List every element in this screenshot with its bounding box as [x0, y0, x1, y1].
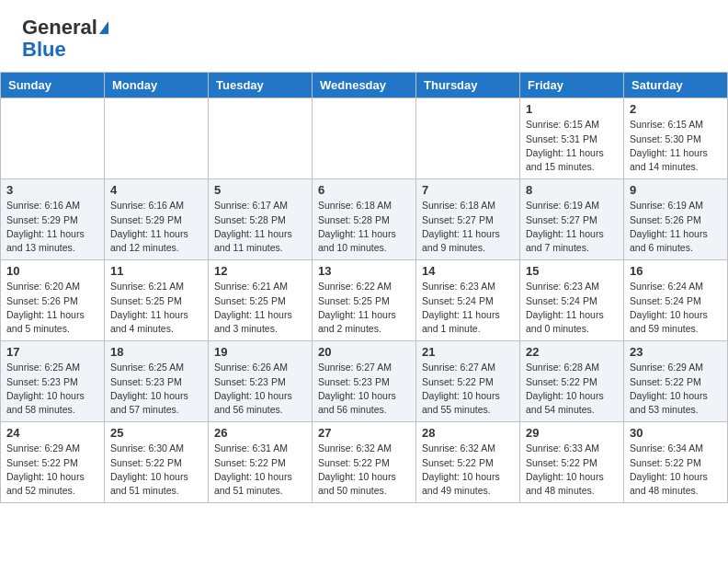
- calendar-cell: [416, 98, 520, 179]
- day-number: 3: [6, 183, 98, 197]
- day-number: 11: [110, 264, 202, 278]
- day-info: Sunrise: 6:23 AMSunset: 5:24 PMDaylight:…: [526, 280, 618, 336]
- calendar-cell: 2Sunrise: 6:15 AMSunset: 5:30 PMDaylight…: [624, 98, 728, 179]
- calendar-cell: 30Sunrise: 6:34 AMSunset: 5:22 PMDayligh…: [624, 422, 728, 503]
- day-info: Sunrise: 6:17 AMSunset: 5:28 PMDaylight:…: [214, 199, 306, 255]
- day-number: 27: [318, 426, 410, 440]
- calendar-cell: 5Sunrise: 6:17 AMSunset: 5:28 PMDaylight…: [209, 179, 313, 260]
- calendar-cell: 9Sunrise: 6:19 AMSunset: 5:26 PMDaylight…: [624, 179, 728, 260]
- day-info: Sunrise: 6:21 AMSunset: 5:25 PMDaylight:…: [214, 280, 306, 336]
- calendar-cell: [1, 98, 105, 179]
- calendar-cell: 3Sunrise: 6:16 AMSunset: 5:29 PMDaylight…: [1, 179, 105, 260]
- day-info: Sunrise: 6:28 AMSunset: 5:22 PMDaylight:…: [526, 361, 618, 417]
- calendar-cell: 24Sunrise: 6:29 AMSunset: 5:22 PMDayligh…: [1, 422, 105, 503]
- day-info: Sunrise: 6:31 AMSunset: 5:22 PMDaylight:…: [214, 442, 306, 498]
- calendar-cell: [209, 98, 313, 179]
- day-info: Sunrise: 6:27 AMSunset: 5:23 PMDaylight:…: [318, 361, 410, 417]
- day-info: Sunrise: 6:29 AMSunset: 5:22 PMDaylight:…: [630, 361, 722, 417]
- day-number: 26: [214, 426, 306, 440]
- calendar-table: SundayMondayTuesdayWednesdayThursdayFrid…: [0, 72, 728, 503]
- day-number: 24: [6, 426, 98, 440]
- day-number: 16: [630, 264, 722, 278]
- day-info: Sunrise: 6:25 AMSunset: 5:23 PMDaylight:…: [6, 361, 98, 417]
- calendar-cell: 26Sunrise: 6:31 AMSunset: 5:22 PMDayligh…: [209, 422, 313, 503]
- day-info: Sunrise: 6:32 AMSunset: 5:22 PMDaylight:…: [318, 442, 410, 498]
- day-number: 13: [318, 264, 410, 278]
- day-info: Sunrise: 6:23 AMSunset: 5:24 PMDaylight:…: [422, 280, 514, 336]
- calendar-cell: 4Sunrise: 6:16 AMSunset: 5:29 PMDaylight…: [105, 179, 209, 260]
- logo-triangle-icon: [99, 21, 108, 34]
- day-info: Sunrise: 6:22 AMSunset: 5:25 PMDaylight:…: [318, 280, 410, 336]
- day-number: 15: [526, 264, 618, 278]
- day-number: 25: [110, 426, 202, 440]
- day-number: 14: [422, 264, 514, 278]
- calendar-cell: 27Sunrise: 6:32 AMSunset: 5:22 PMDayligh…: [313, 422, 416, 503]
- day-info: Sunrise: 6:25 AMSunset: 5:23 PMDaylight:…: [110, 361, 202, 417]
- day-info: Sunrise: 6:30 AMSunset: 5:22 PMDaylight:…: [110, 442, 202, 498]
- day-number: 12: [214, 264, 306, 278]
- calendar-day-header: Thursday: [416, 73, 520, 98]
- day-number: 30: [630, 426, 722, 440]
- day-number: 20: [318, 345, 410, 359]
- calendar-day-header: Monday: [105, 73, 209, 98]
- day-info: Sunrise: 6:16 AMSunset: 5:29 PMDaylight:…: [110, 199, 202, 255]
- calendar-cell: 23Sunrise: 6:29 AMSunset: 5:22 PMDayligh…: [624, 341, 728, 422]
- day-info: Sunrise: 6:26 AMSunset: 5:23 PMDaylight:…: [214, 361, 306, 417]
- calendar-cell: 25Sunrise: 6:30 AMSunset: 5:22 PMDayligh…: [105, 422, 209, 503]
- calendar-cell: 12Sunrise: 6:21 AMSunset: 5:25 PMDayligh…: [209, 260, 313, 341]
- day-info: Sunrise: 6:34 AMSunset: 5:22 PMDaylight:…: [630, 442, 722, 498]
- calendar-cell: 7Sunrise: 6:18 AMSunset: 5:27 PMDaylight…: [416, 179, 520, 260]
- calendar-week-row: 3Sunrise: 6:16 AMSunset: 5:29 PMDaylight…: [1, 179, 728, 260]
- calendar-cell: 29Sunrise: 6:33 AMSunset: 5:22 PMDayligh…: [520, 422, 624, 503]
- calendar-cell: 18Sunrise: 6:25 AMSunset: 5:23 PMDayligh…: [105, 341, 209, 422]
- day-number: 18: [110, 345, 202, 359]
- calendar-day-header: Saturday: [624, 73, 728, 98]
- day-number: 10: [6, 264, 98, 278]
- calendar-week-row: 1Sunrise: 6:15 AMSunset: 5:31 PMDaylight…: [1, 98, 728, 179]
- logo-blue-text: Blue: [22, 39, 66, 61]
- day-info: Sunrise: 6:27 AMSunset: 5:22 PMDaylight:…: [422, 361, 514, 417]
- page-header: General Blue: [0, 0, 728, 68]
- day-info: Sunrise: 6:24 AMSunset: 5:24 PMDaylight:…: [630, 280, 722, 336]
- calendar-cell: 16Sunrise: 6:24 AMSunset: 5:24 PMDayligh…: [624, 260, 728, 341]
- calendar-day-header: Friday: [520, 73, 624, 98]
- calendar-cell: 1Sunrise: 6:15 AMSunset: 5:31 PMDaylight…: [520, 98, 624, 179]
- day-number: 8: [526, 183, 618, 197]
- day-info: Sunrise: 6:19 AMSunset: 5:27 PMDaylight:…: [526, 199, 618, 255]
- day-number: 28: [422, 426, 514, 440]
- calendar-cell: [105, 98, 209, 179]
- day-info: Sunrise: 6:19 AMSunset: 5:26 PMDaylight:…: [630, 199, 722, 255]
- day-number: 9: [630, 183, 722, 197]
- calendar-day-header: Tuesday: [209, 73, 313, 98]
- calendar-cell: 8Sunrise: 6:19 AMSunset: 5:27 PMDaylight…: [520, 179, 624, 260]
- calendar-cell: 17Sunrise: 6:25 AMSunset: 5:23 PMDayligh…: [1, 341, 105, 422]
- day-info: Sunrise: 6:21 AMSunset: 5:25 PMDaylight:…: [110, 280, 202, 336]
- calendar-week-row: 10Sunrise: 6:20 AMSunset: 5:26 PMDayligh…: [1, 260, 728, 341]
- day-number: 2: [630, 102, 722, 116]
- calendar-cell: 21Sunrise: 6:27 AMSunset: 5:22 PMDayligh…: [416, 341, 520, 422]
- calendar-header-row: SundayMondayTuesdayWednesdayThursdayFrid…: [1, 73, 728, 98]
- day-info: Sunrise: 6:33 AMSunset: 5:22 PMDaylight:…: [526, 442, 618, 498]
- calendar-cell: 28Sunrise: 6:32 AMSunset: 5:22 PMDayligh…: [416, 422, 520, 503]
- calendar-week-row: 24Sunrise: 6:29 AMSunset: 5:22 PMDayligh…: [1, 422, 728, 503]
- day-info: Sunrise: 6:32 AMSunset: 5:22 PMDaylight:…: [422, 442, 514, 498]
- calendar-cell: [313, 98, 416, 179]
- day-number: 29: [526, 426, 618, 440]
- day-number: 19: [214, 345, 306, 359]
- day-number: 23: [630, 345, 722, 359]
- calendar-cell: 15Sunrise: 6:23 AMSunset: 5:24 PMDayligh…: [520, 260, 624, 341]
- calendar-day-header: Sunday: [1, 73, 105, 98]
- day-info: Sunrise: 6:29 AMSunset: 5:22 PMDaylight:…: [6, 442, 98, 498]
- day-info: Sunrise: 6:18 AMSunset: 5:27 PMDaylight:…: [422, 199, 514, 255]
- day-info: Sunrise: 6:15 AMSunset: 5:30 PMDaylight:…: [630, 118, 722, 174]
- day-info: Sunrise: 6:20 AMSunset: 5:26 PMDaylight:…: [6, 280, 98, 336]
- day-number: 5: [214, 183, 306, 197]
- logo-general-text: General: [22, 17, 97, 39]
- day-number: 1: [526, 102, 618, 116]
- calendar-cell: 19Sunrise: 6:26 AMSunset: 5:23 PMDayligh…: [209, 341, 313, 422]
- day-info: Sunrise: 6:16 AMSunset: 5:29 PMDaylight:…: [6, 199, 98, 255]
- calendar-cell: 6Sunrise: 6:18 AMSunset: 5:28 PMDaylight…: [313, 179, 416, 260]
- calendar-cell: 20Sunrise: 6:27 AMSunset: 5:23 PMDayligh…: [313, 341, 416, 422]
- day-number: 22: [526, 345, 618, 359]
- day-info: Sunrise: 6:15 AMSunset: 5:31 PMDaylight:…: [526, 118, 618, 174]
